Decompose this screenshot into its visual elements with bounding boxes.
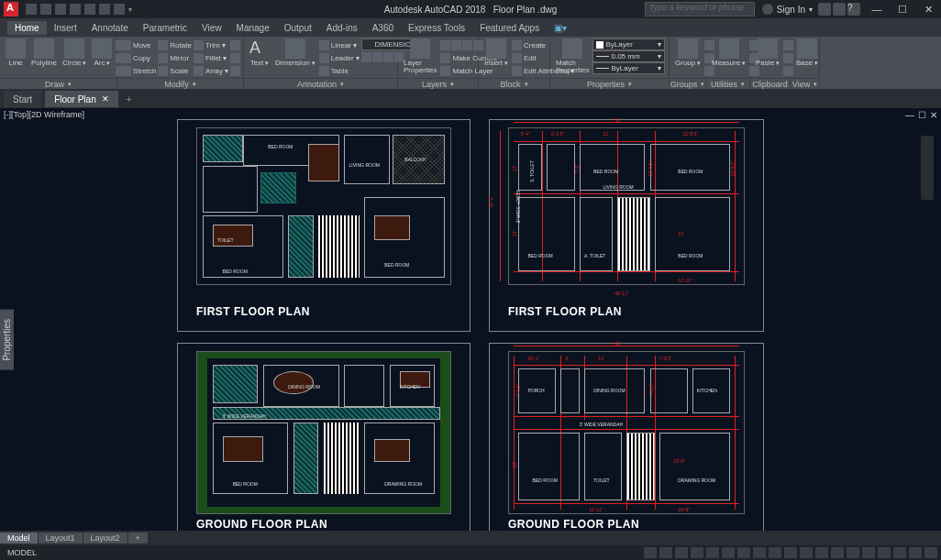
- array-button[interactable]: Array▾: [194, 64, 228, 77]
- rotate-button[interactable]: Rotate: [158, 38, 192, 51]
- anno-icon2[interactable]: [372, 52, 382, 62]
- drawing-canvas[interactable]: [-][Top][2D Wireframe] —☐✕ Properties: [0, 108, 941, 544]
- tab-featured[interactable]: Featured Apps: [472, 21, 547, 35]
- modify-extra-1[interactable]: [230, 38, 240, 51]
- tab-insert[interactable]: Insert: [47, 21, 84, 35]
- qprop-icon[interactable]: [847, 547, 859, 558]
- panel-clipboard-label[interactable]: Clipboard: [750, 78, 790, 89]
- minimize-button[interactable]: —: [864, 1, 890, 17]
- panel-modify-label[interactable]: Modify: [117, 78, 243, 89]
- arc-button[interactable]: Arc: [90, 38, 114, 67]
- group-button[interactable]: Group: [673, 38, 703, 67]
- viewport-label[interactable]: [-][Top][2D Wireframe]: [4, 110, 84, 119]
- tab-output[interactable]: Output: [277, 21, 319, 35]
- panel-annotation-label[interactable]: Annotation: [244, 78, 397, 89]
- line-button[interactable]: Line: [4, 38, 28, 67]
- panel-draw-label[interactable]: Draw: [0, 78, 116, 89]
- insert-button[interactable]: Insert: [482, 38, 510, 67]
- linear-button[interactable]: Linear▾: [319, 38, 360, 51]
- lineweight-icon[interactable]: [737, 547, 750, 558]
- color-combo[interactable]: ByLayer▾: [592, 38, 665, 50]
- mirror-button[interactable]: Mirror: [158, 51, 192, 64]
- app-menu-icon[interactable]: [4, 2, 18, 16]
- modify-extra-3[interactable]: [230, 64, 240, 77]
- save-icon[interactable]: [55, 4, 66, 15]
- cycling-icon[interactable]: [769, 547, 781, 558]
- paste-button[interactable]: Paste: [754, 38, 781, 67]
- panel-view-label[interactable]: View: [791, 78, 819, 89]
- anno-icon1[interactable]: [361, 52, 371, 62]
- vp-close-icon[interactable]: ✕: [930, 110, 937, 120]
- layer-lock-icon[interactable]: [462, 40, 472, 50]
- panel-block-label[interactable]: Block: [479, 78, 549, 89]
- transparency-icon[interactable]: [753, 547, 766, 558]
- layout-tab-1[interactable]: Layout1: [39, 533, 83, 544]
- linetype-combo[interactable]: ByLayer▾: [592, 62, 665, 74]
- plot-icon[interactable]: [84, 4, 95, 15]
- tab-expand-icon[interactable]: ▣▾: [547, 21, 574, 35]
- vp-min-icon[interactable]: —: [905, 110, 914, 120]
- isolate-icon[interactable]: [878, 547, 891, 558]
- anno-icon3[interactable]: [383, 52, 393, 62]
- close-button[interactable]: ✕: [915, 1, 941, 17]
- hardware-icon[interactable]: [893, 547, 906, 558]
- match-properties-button[interactable]: MatchProperties: [554, 38, 591, 74]
- polar-icon[interactable]: [691, 547, 703, 558]
- dimension-button[interactable]: Dimension: [273, 38, 317, 67]
- move-button[interactable]: Move: [121, 38, 156, 51]
- cleanscreen-icon[interactable]: [909, 547, 922, 558]
- maximize-button[interactable]: ☐: [890, 1, 915, 17]
- exchange-icon[interactable]: [818, 3, 831, 16]
- snap-icon[interactable]: [659, 547, 672, 558]
- redo-icon[interactable]: [114, 4, 125, 15]
- sheet-ground-floor-rendered[interactable]: DINING ROOM KITCHEN 3' WIDE VERANDAH BED…: [177, 343, 470, 535]
- layer-freeze-icon[interactable]: [451, 40, 461, 50]
- leader-button[interactable]: Leader▾: [319, 51, 360, 64]
- new-icon[interactable]: [26, 4, 37, 15]
- new-tab-button[interactable]: +: [122, 94, 137, 104]
- undo-icon[interactable]: [99, 4, 110, 15]
- tab-home[interactable]: Home: [7, 21, 47, 35]
- panel-utilities-label[interactable]: Utilities: [706, 78, 749, 89]
- search-input[interactable]: Type a keyword or phrase: [645, 2, 755, 16]
- open-icon[interactable]: [40, 4, 51, 15]
- otrack-icon[interactable]: [722, 547, 735, 558]
- signin-button[interactable]: Sign In▾: [762, 4, 813, 15]
- layer-properties-button[interactable]: LayerProperties: [402, 38, 438, 74]
- tab-a360[interactable]: A360: [365, 21, 401, 35]
- text-button[interactable]: AText: [248, 38, 271, 67]
- units-icon[interactable]: [831, 547, 844, 558]
- annomonitor-icon[interactable]: [815, 547, 828, 558]
- status-model[interactable]: MODEL: [7, 548, 37, 557]
- tab-manage[interactable]: Manage: [229, 21, 277, 35]
- copy-button[interactable]: Copy: [121, 51, 156, 64]
- sheet-first-floor-rendered[interactable]: TOILET BED ROOM LIVING ROOM BALCONY BED …: [177, 119, 470, 332]
- measure-button[interactable]: Measure: [710, 38, 747, 67]
- table-button[interactable]: Table: [319, 64, 360, 77]
- stay-connected-icon[interactable]: [833, 3, 846, 16]
- lock-ui-icon[interactable]: [862, 547, 875, 558]
- close-tab-icon[interactable]: ✕: [102, 94, 109, 104]
- workspace-icon[interactable]: [800, 547, 813, 558]
- customize-icon[interactable]: [924, 547, 937, 558]
- circle-button[interactable]: Circle: [61, 38, 88, 67]
- lineweight-combo[interactable]: 0.05 mm▾: [592, 50, 665, 62]
- scale-button[interactable]: Scale: [158, 64, 192, 77]
- panel-groups-label[interactable]: Groups: [670, 78, 705, 89]
- help-icon[interactable]: ?: [847, 3, 860, 16]
- tab-view[interactable]: View: [194, 21, 229, 35]
- layout-tab-add[interactable]: +: [128, 533, 148, 544]
- sheet-first-floor-dims[interactable]: 50' 30'-2": [489, 119, 764, 332]
- layout-tab-2[interactable]: Layout2: [83, 533, 127, 544]
- annoscale-icon[interactable]: [784, 547, 797, 558]
- vp-max-icon[interactable]: ☐: [918, 110, 926, 120]
- saveas-icon[interactable]: [70, 4, 81, 15]
- fillet-button[interactable]: Fillet▾: [194, 51, 228, 64]
- ortho-icon[interactable]: [675, 547, 688, 558]
- osnap-icon[interactable]: [706, 547, 719, 558]
- tab-addins[interactable]: Add-ins: [319, 21, 365, 35]
- base-button[interactable]: Base: [794, 38, 820, 67]
- stretch-button[interactable]: Stretch: [121, 64, 156, 77]
- panel-properties-label[interactable]: Properties: [550, 78, 669, 89]
- tab-annotate[interactable]: Annotate: [84, 21, 136, 35]
